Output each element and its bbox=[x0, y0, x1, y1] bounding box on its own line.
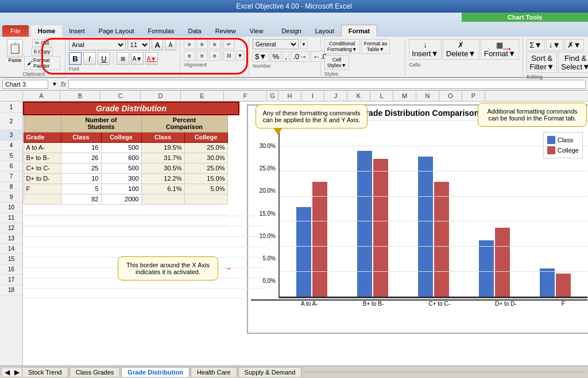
row-num-5[interactable]: 5 bbox=[0, 151, 22, 161]
col-header-g[interactable]: G bbox=[267, 91, 278, 101]
tab-view[interactable]: View bbox=[243, 25, 270, 37]
clear-button[interactable]: ✗▼ bbox=[564, 39, 584, 51]
comma-button[interactable]: , bbox=[283, 51, 289, 62]
row-num-18[interactable]: 18 bbox=[0, 285, 22, 295]
tab-grade-distribution[interactable]: Grade Distribution bbox=[121, 367, 189, 377]
col-header-j[interactable]: J bbox=[324, 91, 347, 101]
increase-decimal-button[interactable]: .0→ bbox=[291, 51, 309, 62]
name-box[interactable] bbox=[2, 80, 48, 89]
col-header-b[interactable]: B bbox=[60, 91, 100, 101]
tab-page-layout[interactable]: Page Layout bbox=[92, 25, 141, 37]
underline-button[interactable]: U bbox=[98, 52, 110, 65]
row-num-11[interactable]: 11 bbox=[0, 213, 22, 223]
bold-button[interactable]: B bbox=[69, 52, 82, 65]
tab-data[interactable]: Data bbox=[181, 25, 208, 37]
tab-review[interactable]: Review bbox=[208, 25, 243, 37]
merge-dropdown[interactable]: ▼ bbox=[236, 50, 244, 61]
font-name-select[interactable]: Arial bbox=[69, 39, 126, 50]
number-format-dropdown[interactable]: ▼ bbox=[300, 39, 308, 49]
tab-health-care[interactable]: Health Care bbox=[191, 367, 237, 377]
sheet-scroll-left[interactable]: ◀ bbox=[2, 368, 12, 376]
sheet-body: 1 2 3 4 5 6 7 8 9 10 11 12 13 14 15 16 1… bbox=[0, 102, 588, 365]
wrap-text-button[interactable]: ↵ bbox=[223, 39, 235, 49]
align-center-button[interactable]: ≡ bbox=[196, 50, 208, 61]
align-top-center[interactable]: ≡ bbox=[196, 39, 208, 49]
format-as-table-button[interactable]: Format asTable▼ bbox=[361, 39, 390, 54]
sheet-scroll-right[interactable]: ▶ bbox=[12, 368, 22, 376]
col-header-h[interactable]: H bbox=[278, 91, 301, 101]
col-header-f[interactable]: F bbox=[224, 91, 267, 101]
col-header-i[interactable]: I bbox=[301, 91, 324, 101]
row-num-12[interactable]: 12 bbox=[0, 223, 22, 233]
border-button[interactable]: ⊞ bbox=[117, 52, 129, 65]
align-left-button[interactable]: ≡ bbox=[184, 50, 195, 61]
row-num-1[interactable]: 1 bbox=[0, 102, 22, 113]
tab-supply-demand[interactable]: Supply & Demand bbox=[238, 367, 302, 377]
border-callout-arrow: → bbox=[224, 264, 232, 273]
col-header-k[interactable]: K bbox=[347, 91, 370, 101]
col-header-l[interactable]: L bbox=[370, 91, 393, 101]
cell-styles-button[interactable]: CellStyles▼ bbox=[324, 55, 349, 70]
align-top-right[interactable]: ≡ bbox=[209, 39, 220, 49]
sort-filter-button[interactable]: Sort &Filter▼ bbox=[527, 52, 557, 73]
cut-button[interactable]: ✂Cut bbox=[32, 39, 52, 47]
increase-font-button[interactable]: A bbox=[152, 39, 163, 50]
number-format-select[interactable]: General bbox=[253, 39, 299, 49]
row-num-14[interactable]: 14 bbox=[0, 244, 22, 254]
tab-stock-trend[interactable]: Stock Trend bbox=[22, 367, 68, 377]
row-num-10[interactable]: 10 bbox=[0, 202, 22, 213]
row-num-7[interactable]: 7 bbox=[0, 172, 22, 182]
merge-center-button[interactable]: ⊟ bbox=[223, 50, 235, 61]
col-header-a[interactable]: A bbox=[23, 91, 60, 101]
tab-home[interactable]: Home bbox=[31, 25, 63, 37]
insert-button[interactable]: ↓ Insert▼ bbox=[409, 39, 442, 60]
col-header-o[interactable]: O bbox=[439, 91, 462, 101]
align-top-left[interactable]: ≡ bbox=[184, 39, 195, 49]
row-num-16[interactable]: 16 bbox=[0, 264, 22, 275]
tab-format[interactable]: Format bbox=[341, 25, 377, 37]
tab-layout[interactable]: Layout bbox=[308, 25, 341, 37]
row-num-15[interactable]: 15 bbox=[0, 254, 22, 264]
sub-header-class2: Class bbox=[141, 132, 184, 142]
italic-button[interactable]: I bbox=[83, 52, 96, 65]
conditional-formatting-button[interactable]: ConditionalFormatting▼ bbox=[324, 39, 360, 54]
decrease-font-button[interactable]: A bbox=[165, 39, 176, 50]
format-button[interactable]: ▦ Format▼ bbox=[481, 39, 520, 60]
format-painter-button[interactable]: 🖌Format Painter bbox=[24, 56, 60, 70]
row-num-6[interactable]: 6 bbox=[0, 161, 22, 172]
row-num-8[interactable]: 8 bbox=[0, 182, 22, 192]
col-header-n[interactable]: N bbox=[416, 91, 439, 101]
tab-insert[interactable]: Insert bbox=[62, 25, 92, 37]
file-tab[interactable]: File bbox=[2, 25, 29, 37]
col-header-c[interactable]: C bbox=[100, 91, 141, 101]
font-size-select[interactable]: 11 bbox=[127, 39, 150, 50]
col-header-d[interactable]: D bbox=[141, 91, 181, 101]
col-header-p[interactable]: P bbox=[462, 91, 485, 101]
formula-input[interactable] bbox=[68, 80, 586, 89]
alignment-label: Alignment bbox=[184, 62, 245, 68]
tab-formulas[interactable]: Formulas bbox=[141, 25, 181, 37]
row-num-9[interactable]: 9 bbox=[0, 192, 22, 202]
empty-grid bbox=[23, 206, 588, 365]
row-num-3[interactable]: 3 bbox=[0, 130, 22, 141]
percent-button[interactable]: % bbox=[270, 51, 282, 62]
fill-button[interactable]: ↓▼ bbox=[546, 39, 563, 51]
font-color-button[interactable]: A▼ bbox=[145, 52, 158, 65]
col-header-e[interactable]: E bbox=[181, 91, 224, 101]
row-num-2[interactable]: 2 bbox=[0, 113, 22, 130]
col-header-m[interactable]: M bbox=[393, 91, 416, 101]
fill-color-button[interactable]: A▼ bbox=[131, 52, 144, 65]
copy-button[interactable]: ⎘Copy bbox=[31, 48, 53, 56]
align-right-button[interactable]: ≡ bbox=[209, 50, 220, 61]
row-num-4[interactable]: 4 bbox=[0, 141, 22, 151]
row-num-13[interactable]: 13 bbox=[0, 233, 22, 244]
tab-class-grades[interactable]: Class Grades bbox=[69, 367, 121, 377]
paste-button[interactable]: 📋 Paste bbox=[7, 39, 23, 70]
delete-button[interactable]: ✗ Delete▼ bbox=[443, 39, 479, 60]
name-box-dropdown[interactable]: ▼ bbox=[51, 81, 59, 87]
row-num-17[interactable]: 17 bbox=[0, 275, 22, 285]
find-select-button[interactable]: Find &Select▼ bbox=[558, 52, 588, 73]
currency-button[interactable]: $▼ bbox=[253, 51, 269, 62]
autosum-button[interactable]: Σ▼ bbox=[527, 39, 544, 51]
tab-design[interactable]: Design bbox=[274, 25, 308, 37]
